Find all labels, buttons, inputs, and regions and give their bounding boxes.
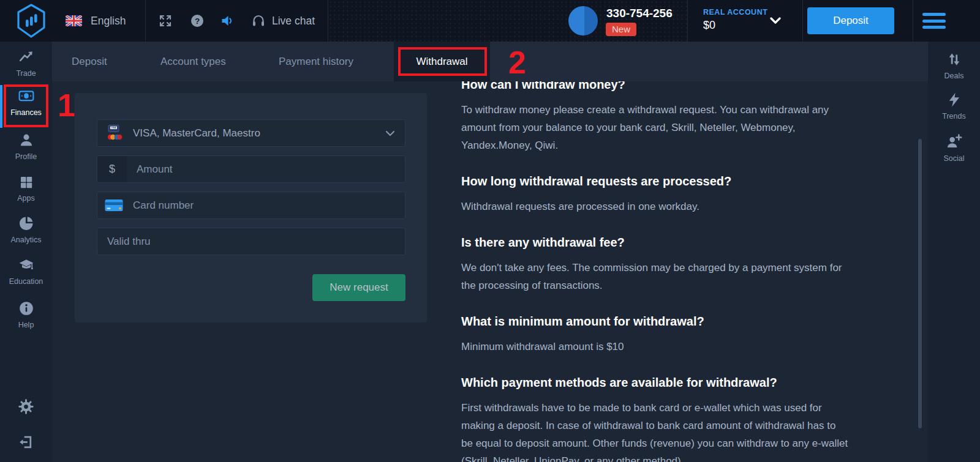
account-switch-chevron-icon[interactable]: [769, 17, 782, 28]
person-plus-icon: [946, 133, 962, 150]
tab-deposit[interactable]: Deposit: [72, 42, 107, 81]
sidebar-item-finances[interactable]: Finances: [0, 88, 52, 117]
tab-withdrawal[interactable]: Withdrawal: [394, 42, 490, 81]
live-chat-button[interactable]: Live chat: [272, 15, 315, 28]
finances-nav-bar: Deposit Account types Payment history Wi…: [52, 42, 928, 81]
sidebar-item-trends[interactable]: Trends: [928, 92, 980, 121]
sound-speaker-icon[interactable]: [221, 13, 235, 31]
svg-text:?: ?: [195, 17, 200, 26]
valid-thru-field[interactable]: [97, 228, 405, 255]
sidebar-item-social[interactable]: Social: [928, 133, 980, 163]
content-scrollbar[interactable]: [918, 139, 922, 428]
fullscreen-icon[interactable]: [158, 13, 173, 31]
account-balance: $0: [703, 19, 715, 32]
avatar[interactable]: [568, 6, 598, 35]
faq-question: Which payment methods are available for …: [461, 374, 897, 391]
sidebar-item-deals[interactable]: Deals: [928, 51, 980, 80]
uk-flag-icon: [66, 15, 82, 26]
arrows-up-down-icon: [946, 51, 962, 67]
withdrawal-page: How can I withdraw money? To withdraw mo…: [0, 0, 980, 462]
info-icon: [18, 300, 34, 316]
faq-question: How long withdrawal requests are process…: [461, 173, 897, 190]
faq-question: Is there any withdrawal fee?: [461, 234, 897, 251]
new-status-badge: New: [606, 23, 636, 36]
banknote-icon: [17, 88, 36, 104]
sidebar-item-analytics[interactable]: Analytics: [0, 215, 52, 244]
trend-up-icon: [18, 49, 34, 65]
new-request-button[interactable]: New request: [312, 274, 405, 301]
tab-account-types[interactable]: Account types: [160, 42, 226, 81]
language-selector[interactable]: English: [91, 15, 126, 28]
lightning-icon: [946, 92, 962, 108]
faq-answer: Withdrawal requests are processed in one…: [461, 198, 897, 215]
logout-icon[interactable]: [0, 434, 52, 453]
chevron-down-icon: [385, 130, 395, 136]
menu-hamburger-icon[interactable]: [922, 13, 946, 29]
tab-payment-history[interactable]: Payment history: [279, 42, 353, 81]
credit-card-icon: [105, 198, 123, 213]
faq-answer: We don't take any fees. The commission m…: [461, 259, 897, 294]
help-question-icon[interactable]: ?: [190, 13, 205, 31]
payment-method-value: VISA, MasterCard, Maestro: [133, 127, 385, 140]
amount-field[interactable]: $: [97, 155, 405, 183]
pie-chart-icon: [18, 215, 34, 231]
faq-answer: First withdrawals have to be made to ban…: [461, 399, 897, 462]
currency-symbol: $: [97, 156, 127, 182]
sidebar-item-apps[interactable]: Apps: [0, 175, 52, 203]
payment-method-dropdown[interactable]: VISA VISA, MasterCard, Maestro: [97, 119, 405, 147]
headset-icon: [251, 13, 266, 31]
graduation-cap-icon: [18, 257, 35, 273]
sidebar-item-trade[interactable]: Trade: [0, 49, 52, 78]
withdrawal-form-card: VISA VISA, MasterCard, Maestro $: [75, 93, 427, 322]
card-number-field[interactable]: [97, 192, 405, 219]
faq-section: How can I withdraw money? To withdraw mo…: [461, 76, 897, 462]
sidebar-item-education[interactable]: Education: [0, 257, 52, 286]
bank-cards-icon: VISA: [105, 125, 123, 141]
faq-answer: Minimum withdrawal amount is $10: [461, 338, 897, 356]
card-number-input[interactable]: [133, 192, 405, 218]
amount-input[interactable]: [137, 156, 405, 182]
svg-text:VISA: VISA: [111, 127, 116, 129]
valid-thru-input[interactable]: [107, 228, 405, 255]
faq-answer: To withdraw money please create a withdr…: [461, 101, 897, 154]
top-header: English ? Live chat: [0, 0, 980, 42]
right-sidebar: Deals Trends Social: [928, 42, 980, 462]
annotation-step-1: 1: [58, 89, 75, 121]
platform-logo-icon[interactable]: [13, 3, 49, 41]
left-sidebar: Trade Finances Profile Apps: [0, 42, 52, 462]
account-type-label: REAL ACCOUNT: [703, 8, 767, 17]
settings-gear-icon[interactable]: [0, 398, 52, 417]
faq-question: What is minimum amount for withdrawal?: [461, 313, 897, 330]
person-icon: [18, 132, 34, 148]
deposit-button[interactable]: Deposit: [807, 7, 894, 34]
sidebar-item-help[interactable]: Help: [0, 300, 52, 329]
sidebar-item-profile[interactable]: Profile: [0, 132, 52, 161]
account-id: 330-754-256: [606, 7, 673, 20]
grid-icon: [19, 175, 34, 190]
